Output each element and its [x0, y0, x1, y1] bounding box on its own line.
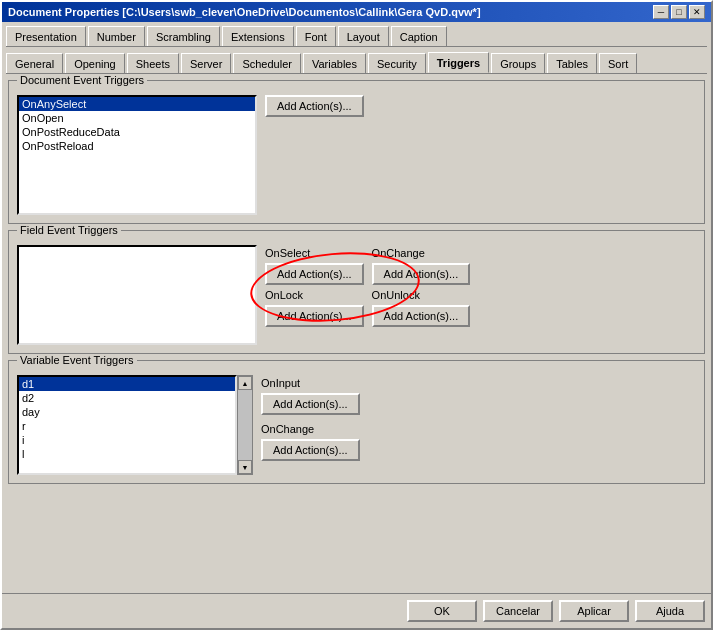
tab-sheets[interactable]: Sheets: [127, 53, 179, 73]
field-onlock-add-button[interactable]: Add Action(s)...: [265, 305, 364, 327]
var-triggers-container: d1 d2 day r i l ▲ ▼ OnInput: [17, 375, 696, 475]
tab-server[interactable]: Server: [181, 53, 231, 73]
tab-opening[interactable]: Opening: [65, 53, 125, 73]
window-title: Document Properties [C:\Users\swb_clever…: [8, 6, 481, 18]
list-item[interactable]: OnPostReduceData: [19, 125, 255, 139]
oninput-group: OnInput Add Action(s)...: [261, 377, 360, 415]
field-event-list[interactable]: [17, 245, 257, 345]
tab-content: Document Event Triggers OnAnySelect OnOp…: [2, 74, 711, 593]
var-list-with-scroll: d1 d2 day r i l ▲ ▼: [17, 375, 253, 475]
window-controls: ─ □ ✕: [653, 5, 705, 19]
list-item[interactable]: r: [19, 419, 235, 433]
doc-triggers-container: OnAnySelect OnOpen OnPostReduceData OnPo…: [17, 95, 696, 215]
cancel-button[interactable]: Cancelar: [483, 600, 553, 622]
onlock-group: OnLock Add Action(s)...: [265, 289, 364, 327]
scroll-up-arrow[interactable]: ▲: [238, 376, 252, 390]
tab-caption[interactable]: Caption: [391, 26, 447, 46]
field-actions-area: OnSelect Add Action(s)... OnChange Add A…: [265, 245, 470, 327]
field-onchange-add-button[interactable]: Add Action(s)...: [372, 263, 471, 285]
main-window: Document Properties [C:\Users\swb_clever…: [0, 0, 713, 630]
field-onselect-add-button[interactable]: Add Action(s)...: [265, 263, 364, 285]
field-event-group: Field Event Triggers OnSelect Add Action…: [8, 230, 705, 354]
var-oninput-add-button[interactable]: Add Action(s)...: [261, 393, 360, 415]
oninput-label: OnInput: [261, 377, 360, 389]
onchange-group: OnChange Add Action(s)...: [372, 247, 471, 285]
tab-scheduler[interactable]: Scheduler: [233, 53, 301, 73]
tab-security[interactable]: Security: [368, 53, 426, 73]
list-item[interactable]: i: [19, 433, 235, 447]
tab-triggers[interactable]: Triggers: [428, 52, 489, 73]
tab-variables[interactable]: Variables: [303, 53, 366, 73]
doc-add-action-button[interactable]: Add Action(s)...: [265, 95, 364, 117]
doc-event-label: Document Event Triggers: [17, 74, 147, 86]
tab-extensions[interactable]: Extensions: [222, 26, 294, 46]
var-actions-area: OnInput Add Action(s)... OnChange Add Ac…: [261, 375, 360, 461]
var-list-scrollbar[interactable]: ▲ ▼: [237, 375, 253, 475]
field-triggers-container: OnSelect Add Action(s)... OnChange Add A…: [17, 245, 696, 345]
tab-sort[interactable]: Sort: [599, 53, 637, 73]
tab-font[interactable]: Font: [296, 26, 336, 46]
minimize-button[interactable]: ─: [653, 5, 669, 19]
onselect-label: OnSelect: [265, 247, 364, 259]
tab-general[interactable]: General: [6, 53, 63, 73]
tab-number[interactable]: Number: [88, 26, 145, 46]
tab-row-2: General Opening Sheets Server Scheduler …: [2, 49, 711, 73]
list-item[interactable]: d1: [19, 377, 235, 391]
apply-button[interactable]: Aplicar: [559, 600, 629, 622]
list-item[interactable]: day: [19, 405, 235, 419]
tab-tables[interactable]: Tables: [547, 53, 597, 73]
var-event-group: Variable Event Triggers d1 d2 day r i l …: [8, 360, 705, 484]
doc-event-group: Document Event Triggers OnAnySelect OnOp…: [8, 80, 705, 224]
list-item[interactable]: l: [19, 447, 235, 461]
onunlock-group: OnUnlock Add Action(s)...: [372, 289, 471, 327]
var-onchange-label: OnChange: [261, 423, 360, 435]
var-event-list[interactable]: d1 d2 day r i l: [17, 375, 237, 475]
onlock-label: OnLock: [265, 289, 364, 301]
var-event-label: Variable Event Triggers: [17, 354, 137, 366]
bottom-bar: OK Cancelar Aplicar Ajuda: [2, 593, 711, 628]
help-button[interactable]: Ajuda: [635, 600, 705, 622]
onselect-group: OnSelect Add Action(s)...: [265, 247, 364, 285]
tab-row-1: Presentation Number Scrambling Extension…: [2, 22, 711, 46]
scroll-down-arrow[interactable]: ▼: [238, 460, 252, 474]
list-item[interactable]: OnPostReload: [19, 139, 255, 153]
tab-layout[interactable]: Layout: [338, 26, 389, 46]
maximize-button[interactable]: □: [671, 5, 687, 19]
list-item[interactable]: d2: [19, 391, 235, 405]
tab-scrambling[interactable]: Scrambling: [147, 26, 220, 46]
var-onchange-group: OnChange Add Action(s)...: [261, 423, 360, 461]
ok-button[interactable]: OK: [407, 600, 477, 622]
doc-event-list[interactable]: OnAnySelect OnOpen OnPostReduceData OnPo…: [17, 95, 257, 215]
field-event-label: Field Event Triggers: [17, 224, 121, 236]
title-bar: Document Properties [C:\Users\swb_clever…: [2, 2, 711, 22]
tab-groups[interactable]: Groups: [491, 53, 545, 73]
onunlock-label: OnUnlock: [372, 289, 471, 301]
tab-divider-1: [6, 46, 707, 47]
var-onchange-add-button[interactable]: Add Action(s)...: [261, 439, 360, 461]
onchange-label: OnChange: [372, 247, 471, 259]
field-onunlock-add-button[interactable]: Add Action(s)...: [372, 305, 471, 327]
tab-presentation[interactable]: Presentation: [6, 26, 86, 46]
field-actions-grid: OnSelect Add Action(s)... OnChange Add A…: [265, 245, 470, 327]
list-item[interactable]: OnOpen: [19, 111, 255, 125]
scroll-track[interactable]: [238, 390, 252, 460]
list-item[interactable]: OnAnySelect: [19, 97, 255, 111]
close-button[interactable]: ✕: [689, 5, 705, 19]
